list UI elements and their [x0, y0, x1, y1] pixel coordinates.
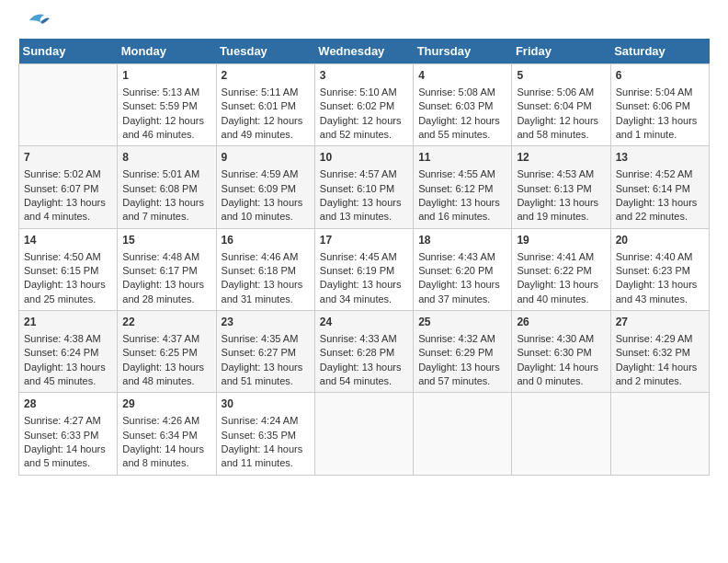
cell-content-line: Sunrise: 4:38 AM: [24, 332, 112, 346]
calendar-cell: [610, 393, 709, 475]
calendar-cell: 28Sunrise: 4:27 AMSunset: 6:33 PMDayligh…: [19, 393, 118, 475]
cell-content-line: and 37 minutes.: [418, 293, 506, 306]
day-number: 24: [320, 315, 408, 330]
cell-content-line: Daylight: 13 hours: [122, 361, 210, 374]
cell-content-line: and 54 minutes.: [320, 374, 408, 388]
day-number: 17: [320, 233, 408, 248]
cell-content-line: Sunset: 5:59 PM: [122, 99, 210, 113]
calendar-week-row: 1Sunrise: 5:13 AMSunset: 5:59 PMDaylight…: [19, 64, 710, 146]
cell-content-line: Sunrise: 4:59 AM: [222, 167, 310, 181]
cell-content-line: Sunrise: 4:24 AM: [222, 414, 310, 428]
calendar-cell: 30Sunrise: 4:24 AMSunset: 6:35 PMDayligh…: [216, 393, 314, 475]
day-number: 22: [122, 315, 210, 330]
cell-content-line: and 55 minutes.: [418, 128, 506, 142]
calendar-cell: [19, 64, 118, 146]
day-number: 29: [122, 396, 210, 412]
cell-content-line: and 5 minutes.: [24, 456, 112, 470]
cell-content-line: Sunset: 6:03 PM: [418, 99, 506, 113]
day-number: 14: [24, 233, 112, 248]
cell-content-line: Daylight: 13 hours: [24, 196, 112, 210]
logo: [18, 18, 50, 29]
calendar-week-row: 7Sunrise: 5:02 AMSunset: 6:07 PMDaylight…: [19, 146, 710, 228]
cell-content-line: Daylight: 12 hours: [418, 114, 506, 128]
day-number: 28: [24, 396, 112, 412]
calendar-cell: 17Sunrise: 4:45 AMSunset: 6:19 PMDayligh…: [314, 228, 413, 310]
cell-content-line: and 49 minutes.: [222, 128, 310, 142]
cell-content-line: Daylight: 13 hours: [517, 278, 605, 292]
day-number: 9: [222, 150, 310, 166]
cell-content-line: Sunset: 6:15 PM: [24, 264, 112, 278]
calendar-cell: 6Sunrise: 5:04 AMSunset: 6:06 PMDaylight…: [610, 64, 709, 146]
day-number: 21: [24, 315, 112, 330]
cell-content-line: and 43 minutes.: [616, 293, 704, 306]
cell-content-line: Daylight: 13 hours: [24, 361, 112, 374]
column-header-wednesday: Wednesday: [314, 39, 413, 64]
cell-content-line: Sunset: 6:06 PM: [616, 99, 704, 113]
cell-content-line: and 31 minutes.: [222, 293, 310, 306]
day-number: 6: [616, 68, 704, 84]
cell-content-line: Sunset: 6:07 PM: [24, 182, 112, 196]
cell-content-line: Daylight: 13 hours: [616, 196, 704, 210]
cell-content-line: Sunset: 6:25 PM: [122, 346, 210, 360]
day-number: 4: [418, 68, 506, 84]
cell-content-line: Daylight: 13 hours: [122, 196, 210, 210]
cell-content-line: and 1 minute.: [616, 128, 704, 142]
cell-content-line: and 16 minutes.: [418, 210, 506, 224]
cell-content-line: Sunrise: 4:41 AM: [517, 250, 605, 264]
cell-content-line: Sunset: 6:13 PM: [517, 182, 605, 196]
cell-content-line: Sunrise: 5:04 AM: [616, 86, 704, 99]
cell-content-line: Sunrise: 4:29 AM: [616, 332, 704, 346]
day-number: 13: [616, 150, 704, 166]
day-number: 30: [222, 396, 310, 412]
day-number: 25: [418, 315, 506, 330]
calendar-cell: [414, 393, 512, 475]
calendar-cell: 29Sunrise: 4:26 AMSunset: 6:34 PMDayligh…: [118, 393, 216, 475]
cell-content-line: Sunrise: 4:48 AM: [122, 250, 210, 264]
cell-content-line: and 11 minutes.: [222, 456, 310, 470]
cell-content-line: Sunrise: 4:32 AM: [418, 332, 506, 346]
cell-content-line: Sunset: 6:32 PM: [616, 346, 704, 360]
cell-content-line: Sunset: 6:29 PM: [418, 346, 506, 360]
calendar-cell: 3Sunrise: 5:10 AMSunset: 6:02 PMDaylight…: [314, 64, 413, 146]
logo-bird-icon: [20, 11, 50, 29]
cell-content-line: and 51 minutes.: [222, 374, 310, 388]
day-number: 18: [418, 233, 506, 248]
day-number: 15: [122, 233, 210, 248]
calendar-week-row: 14Sunrise: 4:50 AMSunset: 6:15 PMDayligh…: [19, 228, 710, 310]
cell-content-line: Sunset: 6:04 PM: [517, 99, 605, 113]
cell-content-line: and 0 minutes.: [517, 374, 605, 388]
cell-content-line: and 25 minutes.: [24, 293, 112, 306]
cell-content-line: Sunrise: 4:43 AM: [418, 250, 506, 264]
cell-content-line: Sunset: 6:18 PM: [222, 264, 310, 278]
cell-content-line: and 10 minutes.: [222, 210, 310, 224]
calendar-cell: 18Sunrise: 4:43 AMSunset: 6:20 PMDayligh…: [414, 228, 512, 310]
calendar-cell: 7Sunrise: 5:02 AMSunset: 6:07 PMDaylight…: [19, 146, 118, 228]
cell-content-line: Daylight: 13 hours: [517, 196, 605, 210]
cell-content-line: and 2 minutes.: [616, 374, 704, 388]
day-number: 3: [320, 68, 408, 84]
day-number: 5: [517, 68, 605, 84]
cell-content-line: Sunrise: 5:10 AM: [320, 86, 408, 99]
calendar-cell: 9Sunrise: 4:59 AMSunset: 6:09 PMDaylight…: [216, 146, 314, 228]
day-number: 10: [320, 150, 408, 166]
cell-content-line: Daylight: 13 hours: [616, 114, 704, 128]
cell-content-line: Daylight: 14 hours: [122, 442, 210, 456]
cell-content-line: Daylight: 13 hours: [616, 278, 704, 292]
day-number: 1: [122, 68, 210, 84]
cell-content-line: Sunrise: 4:45 AM: [320, 250, 408, 264]
calendar-cell: 8Sunrise: 5:01 AMSunset: 6:08 PMDaylight…: [118, 146, 216, 228]
cell-content-line: and 22 minutes.: [616, 210, 704, 224]
calendar-cell: 10Sunrise: 4:57 AMSunset: 6:10 PMDayligh…: [314, 146, 413, 228]
cell-content-line: Daylight: 13 hours: [222, 361, 310, 374]
calendar-cell: 24Sunrise: 4:33 AMSunset: 6:28 PMDayligh…: [314, 311, 413, 393]
cell-content-line: Daylight: 13 hours: [222, 278, 310, 292]
cell-content-line: Sunrise: 5:13 AM: [122, 86, 210, 99]
day-number: 26: [517, 315, 605, 330]
cell-content-line: and 19 minutes.: [517, 210, 605, 224]
day-number: 8: [122, 150, 210, 166]
cell-content-line: Daylight: 12 hours: [122, 114, 210, 128]
calendar-header-row: SundayMondayTuesdayWednesdayThursdayFrid…: [19, 39, 710, 64]
cell-content-line: Sunset: 6:30 PM: [517, 346, 605, 360]
cell-content-line: Daylight: 13 hours: [320, 278, 408, 292]
cell-content-line: Sunset: 6:24 PM: [24, 346, 112, 360]
